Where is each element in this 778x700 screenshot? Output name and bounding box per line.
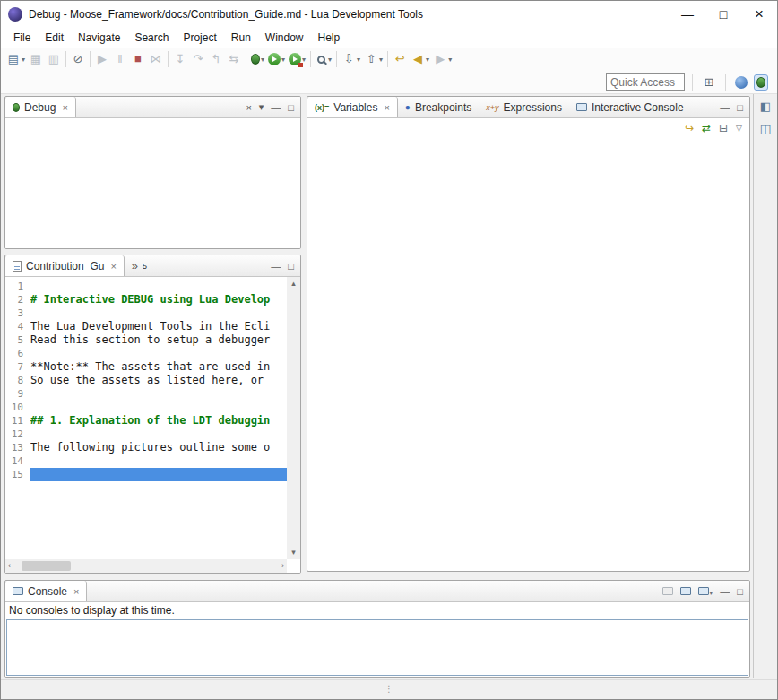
menu-search[interactable]: Search [127, 28, 176, 48]
editor-vertical-scrollbar[interactable]: ▴ ▾ [287, 277, 300, 559]
pin-console-button[interactable] [662, 585, 673, 598]
forward-icon: ▶ [433, 52, 447, 66]
resume-button[interactable]: ▶ [93, 50, 111, 68]
show-logical-structure-button[interactable]: ↪ [685, 122, 694, 134]
restore-minimized-view-button[interactable]: ◧ [760, 99, 771, 113]
menu-run[interactable]: Run [224, 28, 258, 48]
scroll-left-icon[interactable]: ‹ [8, 559, 11, 573]
line-number: 4 [5, 320, 30, 333]
save-all-button[interactable]: ▥ [45, 50, 63, 68]
trim-drag-handle[interactable]: ⋮ [385, 685, 393, 694]
minimize-view-button[interactable]: — [720, 586, 730, 597]
menu-window[interactable]: Window [258, 28, 311, 48]
tab-overflow-chevron-icon: » [132, 259, 138, 272]
menu-project[interactable]: Project [176, 28, 223, 48]
tab-breakpoints[interactable]: ● Breakpoints [398, 97, 479, 117]
maximize-view-button[interactable]: □ [737, 102, 743, 113]
suspend-button[interactable]: ‖ [111, 50, 129, 68]
editor-text-area[interactable]: 1 2# Interactive DEBUG using Lua Develop… [5, 277, 287, 559]
tab-interactive-console[interactable]: Interactive Console [569, 97, 691, 117]
editor-line: 7**Note:** The assets that are used in [5, 360, 287, 374]
run-button[interactable]: ▾ [266, 51, 287, 67]
skip-all-breakpoints-button[interactable]: ⊘ [69, 50, 87, 68]
menu-navigate[interactable]: Navigate [71, 28, 127, 48]
menu-help[interactable]: Help [311, 28, 348, 48]
open-console-icon [698, 587, 709, 595]
scrollbar-thumb[interactable] [22, 561, 71, 571]
line-text [30, 468, 287, 481]
search-button[interactable]: ▾ [314, 52, 333, 67]
minimize-view-button[interactable]: — [271, 261, 281, 272]
show-type-names-button[interactable]: ⇄ [702, 122, 711, 134]
close-icon[interactable]: × [108, 261, 116, 272]
menu-file[interactable]: File [6, 28, 38, 48]
debug-view-body [5, 118, 300, 249]
step-return-button[interactable]: ↰ [207, 50, 225, 68]
step-into-button[interactable]: ↧ [171, 50, 189, 68]
editor-line: 6 [5, 347, 287, 360]
scroll-down-icon[interactable]: ▾ [291, 546, 296, 559]
open-console-button[interactable]: ▾ [698, 585, 713, 598]
remove-all-terminated-button[interactable]: × [246, 102, 251, 113]
view-menu-button[interactable]: ▽ [736, 124, 742, 133]
forward-button[interactable]: ▶ ▾ [431, 50, 454, 68]
tab-breakpoints-label: Breakpoints [415, 101, 471, 114]
minimize-view-button[interactable]: — [271, 102, 281, 113]
maximize-view-button[interactable]: □ [737, 586, 743, 597]
open-perspective-button[interactable]: ⊞ [700, 73, 718, 91]
debug-perspective-button[interactable] [754, 74, 768, 91]
next-annotation-button[interactable]: ⇩ ▾ [340, 50, 362, 68]
collapse-all-button[interactable]: ⊟ [719, 122, 728, 134]
line-text: Read this section to setup a debugger [30, 333, 287, 347]
previous-annotation-button[interactable]: ⇧ ▾ [362, 50, 385, 68]
step-over-button[interactable]: ↷ [189, 50, 207, 68]
window-title: Debug - Moose_Framework/docs/Contributio… [29, 8, 423, 21]
scroll-right-icon[interactable]: › [281, 559, 284, 573]
minimize-view-button[interactable]: — [720, 102, 730, 113]
line-number: 5 [5, 333, 30, 347]
tab-console[interactable]: Console × [4, 581, 87, 601]
last-edit-location-button[interactable]: ↩ [391, 50, 409, 68]
minimized-view-button[interactable]: ◫ [760, 122, 771, 135]
debug-button[interactable]: ▾ [249, 52, 266, 66]
editor-body[interactable]: 1 2# Interactive DEBUG using Lua Develop… [5, 277, 300, 573]
maximize-view-button[interactable]: □ [288, 102, 294, 113]
editor-line: 14 [5, 454, 287, 468]
close-window-button[interactable]: × [741, 1, 777, 28]
close-icon[interactable]: × [72, 586, 79, 597]
save-button[interactable]: ▦ [27, 50, 45, 68]
minimize-window-button[interactable]: — [670, 1, 705, 28]
view-menu-button[interactable]: ▾ [259, 101, 264, 113]
menu-edit[interactable]: Edit [38, 28, 71, 48]
lua-perspective-button[interactable] [733, 74, 749, 91]
toolbar-separator [310, 51, 311, 67]
terminate-button[interactable]: ■ [129, 50, 147, 68]
close-icon[interactable]: × [382, 102, 389, 113]
debug-view-tabs: Debug × × ▾ — □ [5, 97, 300, 118]
debug-perspective-icon [756, 77, 765, 88]
tab-variables[interactable]: (x)= Variables × [307, 97, 398, 117]
tab-expressions[interactable]: x+y Expressions [479, 97, 569, 117]
tab-debug[interactable]: Debug × [4, 97, 76, 117]
quick-access-input[interactable] [606, 73, 685, 91]
console-text-area[interactable] [6, 619, 748, 676]
new-button[interactable]: ▤ ▾ [4, 50, 27, 68]
tab-contribution-guide[interactable]: Contribution_Gu × [4, 255, 125, 276]
chevron-down-icon: ▾ [281, 56, 285, 64]
step-return-icon: ↰ [209, 52, 223, 66]
line-text [30, 307, 287, 320]
scroll-up-icon[interactable]: ▴ [291, 277, 296, 290]
save-all-icon: ▥ [47, 52, 61, 66]
resume-icon: ▶ [95, 52, 109, 66]
use-step-filters-button[interactable]: ⇆ [225, 50, 243, 68]
maximize-view-button[interactable]: □ [288, 261, 294, 272]
disconnect-button[interactable]: ⋈ [147, 50, 165, 68]
display-selected-console-button[interactable] [680, 585, 691, 598]
editor-horizontal-scrollbar[interactable]: ‹ › [5, 559, 287, 573]
close-icon[interactable]: × [60, 102, 67, 113]
maximize-window-button[interactable]: □ [705, 1, 741, 28]
back-button[interactable]: ◀ ▾ [409, 50, 431, 68]
external-tools-button[interactable]: ▾ [287, 51, 307, 67]
editor-tab-overflow-button[interactable]: »5 [125, 255, 154, 276]
breakpoints-icon: ● [405, 102, 411, 112]
